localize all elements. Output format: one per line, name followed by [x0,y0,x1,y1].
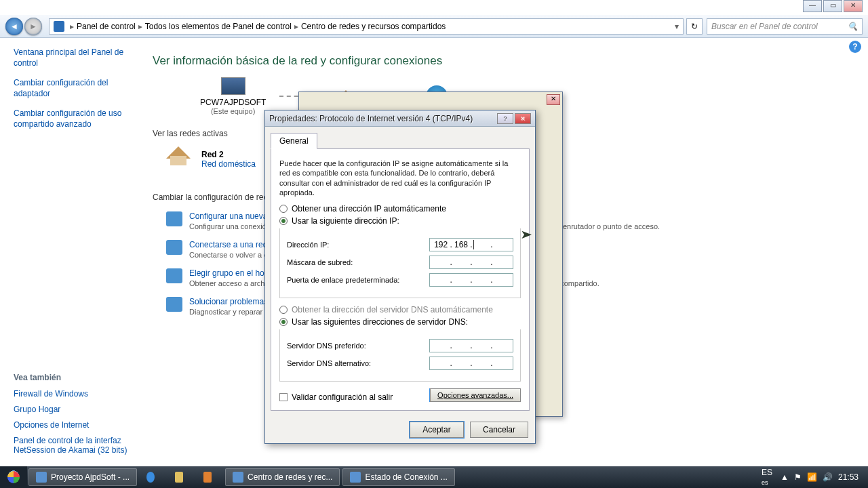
house-icon [166,146,191,159]
label-dns2: Servidor DNS alternativo: [287,359,429,367]
computer-sub: (Este equipo) [200,107,266,115]
task-icon [166,211,182,226]
task-icon [166,240,182,255]
network-icon [350,472,361,483]
see-also-title: Vea también [14,373,142,382]
explorer-toolbar: ◄ ► ▸ Panel de control ▸ Todos los eleme… [0,15,868,38]
label-ip: Dirección IP: [287,241,429,249]
search-icon: 🔍 [848,22,858,31]
minimize-button[interactable]: — [803,0,822,12]
computer-name: PCW7AJPDSOFT [200,98,266,107]
radio-manual-dns[interactable]: Usar las siguientes direcciones de servi… [279,317,521,327]
taskbar-item[interactable]: Estado de Conexión ... [342,468,454,486]
radio-icon [279,318,288,326]
ok-button[interactable]: Aceptar [410,422,463,438]
task-icon [166,297,182,312]
tray-network-icon[interactable]: 📶 [807,472,817,482]
help-icon[interactable]: ? [849,41,861,53]
forward-button[interactable]: ► [24,18,42,35]
tab-general[interactable]: General [271,133,317,149]
advanced-button[interactable]: Opciones avanzadas... [430,388,521,402]
input-gateway[interactable]: ... [429,273,513,287]
network-name: Red 2 [201,150,224,159]
dialog-close-button[interactable]: ✕ [515,113,531,124]
task-icon [166,268,182,283]
dialog-tabs: General [271,132,530,149]
input-dns1[interactable]: ... [429,339,513,352]
maximize-button[interactable]: ▭ [823,0,842,12]
radio-icon [279,205,288,213]
see-also-firewall[interactable]: Firewall de Windows [14,389,142,399]
tray-lang[interactable]: ESes [759,468,775,487]
dialog-help-button[interactable]: ? [497,113,513,124]
network-icon [233,472,243,483]
checkbox-validate[interactable] [279,393,288,401]
task-link[interactable]: Conectarse a una red [189,240,267,249]
input-dns2[interactable]: ... [429,357,513,370]
radio-icon [279,306,288,314]
checkbox-label: Validar configuración al salir [292,392,393,402]
media-icon [203,472,212,483]
page-title: Ver información básica de la red y confi… [153,54,861,68]
ipv4-properties-dialog: Propiedades: Protocolo de Internet versi… [264,110,536,444]
taskbar-item[interactable]: Proyecto AjpdSoft - ... [28,468,137,486]
back-button[interactable]: ◄ [5,18,23,35]
search-input[interactable]: Buscar en el Panel de control 🔍 [707,18,863,35]
search-placeholder: Buscar en el Panel de control [711,22,818,31]
cursor-icon: ➤ [520,227,532,242]
see-also-homegroup[interactable]: Grupo Hogar [14,405,142,414]
label-mask: Máscara de subred: [287,258,429,266]
see-also-internet[interactable]: Opciones de Internet [14,420,142,430]
label-gateway: Puerta de enlace predeterminada: [287,276,429,284]
sidebar-link-sharing[interactable]: Cambiar configuración de uso compartido … [14,108,142,129]
taskbar-ie[interactable] [140,468,165,486]
tray-clock[interactable]: 21:53 [838,472,859,482]
taskbar-media[interactable] [197,468,222,486]
input-ip[interactable]: 192. 168. . [429,238,513,251]
dialog-titlebar[interactable]: Propiedades: Protocolo de Internet versi… [265,110,535,127]
see-also: Vea también Firewall de Windows Grupo Ho… [14,373,142,461]
breadcrumb-item[interactable]: Todos los elementos de Panel de control [145,22,292,31]
computer-icon [221,77,245,95]
firefox-icon [36,472,47,483]
see-also-akamai[interactable]: Panel de control de la interfaz NetSessi… [14,436,142,455]
radio-auto-dns: Obtener la dirección del servidor DNS au… [279,305,521,314]
tray-flag-icon[interactable]: ▲ [781,472,789,482]
control-panel-icon [54,21,64,32]
system-tray[interactable]: ESes ▲ ⚑ 📶 🔊 21:53 [756,468,868,487]
dialog-intro: Puede hacer que la configuración IP se a… [279,159,521,197]
taskbar-explorer[interactable] [168,468,194,486]
sidebar: Ventana principal del Panel de control C… [14,47,142,140]
start-button[interactable] [0,466,27,488]
sidebar-link-adapter[interactable]: Cambiar configuración del adaptador [14,78,142,99]
task-link[interactable]: Solucionar problemas [189,297,268,306]
window-controls: — ▭ ✕ [802,0,863,12]
tray-flag-icon[interactable]: ⚑ [794,472,802,482]
breadcrumb-item[interactable]: Panel de control [77,22,136,31]
sidebar-link-main[interactable]: Ventana principal del Panel de control [14,47,142,68]
parent-close-icon[interactable]: ✕ [547,94,560,105]
label-dns1: Servidor DNS preferido: [287,342,429,350]
input-mask[interactable]: ... [429,256,513,269]
tray-volume-icon[interactable]: 🔊 [823,472,833,482]
radio-auto-ip[interactable]: Obtener una dirección IP automáticamente [279,204,521,214]
network-type-link[interactable]: Red doméstica [201,159,256,169]
radio-manual-ip[interactable]: Usar la siguiente dirección IP: [279,216,521,226]
ie-icon [146,472,155,483]
breadcrumb[interactable]: ▸ Panel de control ▸ Todos los elementos… [49,18,684,35]
folder-icon [175,472,183,483]
close-button[interactable]: ✕ [844,0,863,12]
taskbar: Proyecto AjpdSoft - ... Centro de redes … [0,466,868,488]
breadcrumb-item[interactable]: Centro de redes y recursos compartidos [301,22,446,31]
radio-icon [279,217,288,225]
dialog-title: Propiedades: Protocolo de Internet versi… [269,114,473,123]
taskbar-item[interactable]: Centro de redes y rec... [225,468,340,486]
refresh-button[interactable]: ↻ [686,18,703,35]
cancel-button[interactable]: Cancelar [470,422,528,438]
